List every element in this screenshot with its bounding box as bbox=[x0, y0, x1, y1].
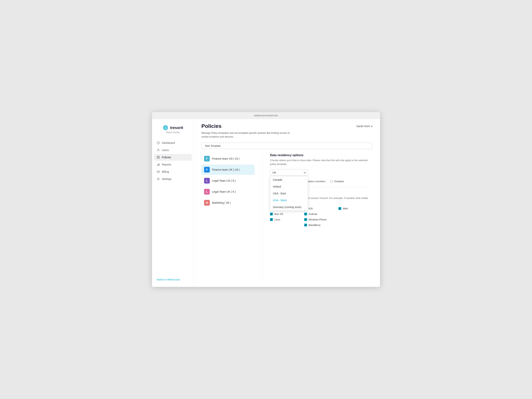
sidebar-item-settings-label: Settings bbox=[162, 177, 171, 180]
sidebar-item-reports[interactable]: Reports bbox=[154, 161, 192, 168]
device-blackberry-checkbox[interactable] bbox=[304, 224, 307, 227]
browser-bar: webaccess.tresorit.com bbox=[152, 112, 380, 119]
policy-name-marketing: Marketing ( 26 ) bbox=[212, 201, 231, 204]
chevron-down-icon bbox=[370, 125, 373, 127]
device-blackberry[interactable]: BlackBerry bbox=[304, 224, 338, 227]
dropdown-chevron-icon bbox=[304, 171, 306, 173]
device-macos-checkbox[interactable] bbox=[270, 213, 273, 215]
sidebar: tresorit Admin Center Dashboard Users bbox=[152, 119, 194, 287]
sidebar-nav: Dashboard Users Policies bbox=[152, 139, 194, 182]
svg-point-4 bbox=[158, 149, 159, 150]
data-residency-title: Data residency options bbox=[270, 153, 373, 157]
page-description: Manage Policy templates and set template… bbox=[201, 131, 296, 139]
reports-icon bbox=[157, 163, 160, 166]
device-macos[interactable]: Mac OS bbox=[270, 213, 304, 215]
policy-detail-panel: Data residency options Choose where you'… bbox=[262, 153, 373, 279]
radio-disabled-label: Disabled bbox=[334, 180, 344, 183]
device-ios-label: iOS bbox=[309, 207, 313, 210]
data-residency-section: Data residency options Choose where you'… bbox=[270, 153, 373, 176]
device-ios[interactable]: iOS bbox=[304, 207, 338, 210]
svg-rect-6 bbox=[157, 165, 158, 166]
svg-rect-5 bbox=[157, 156, 159, 158]
dropdown-option-ireland[interactable]: Ireland bbox=[270, 183, 308, 190]
switch-webaccess-link[interactable]: Switch to WebAccess bbox=[157, 278, 180, 281]
switch-link[interactable]: Switch to WebAccess bbox=[152, 274, 194, 283]
dropdown-selected-value: UK bbox=[272, 171, 276, 174]
two-col-layout: F Finance team US ( 24 ) F Finance team … bbox=[201, 153, 372, 279]
device-linux-checkbox[interactable] bbox=[270, 218, 273, 221]
user-name: Sarah Hunt bbox=[356, 125, 370, 128]
tresorit-logo-icon bbox=[162, 125, 169, 131]
policies-icon bbox=[157, 156, 160, 159]
device-windows-phone-checkbox[interactable] bbox=[304, 218, 307, 221]
dropdown-option-usa-east[interactable]: USA - East bbox=[270, 190, 308, 197]
policy-avatar-finance-us: F bbox=[204, 156, 210, 162]
sidebar-item-policies-label: Policies bbox=[162, 156, 171, 159]
device-android-label: Android bbox=[309, 213, 317, 215]
dropdown-menu: Canada Ireland USA - East bbox=[270, 176, 308, 211]
dropdown-option-usa-west[interactable]: USA - West bbox=[270, 197, 308, 204]
settings-icon bbox=[157, 177, 160, 181]
sidebar-item-dashboard[interactable]: Dashboard bbox=[154, 139, 192, 146]
data-residency-dropdown-container: UK Canada Ireland bbox=[270, 169, 308, 176]
device-linux[interactable]: Linux bbox=[270, 218, 304, 221]
policy-item-finance-uk[interactable]: F Finance team UK ( 16 ) bbox=[201, 165, 255, 175]
dropdown-option-canada[interactable]: Canada bbox=[270, 176, 308, 183]
device-android[interactable]: Android bbox=[304, 213, 338, 215]
admin-center-label: Admin Center bbox=[166, 131, 180, 134]
policy-item-finance-us[interactable]: F Finance team US ( 24 ) bbox=[201, 153, 255, 164]
page-title: Policies bbox=[201, 123, 222, 129]
billing-icon bbox=[157, 170, 160, 173]
svg-rect-8 bbox=[159, 163, 159, 166]
user-menu[interactable]: Sarah Hunt bbox=[356, 125, 372, 128]
radio-disabled[interactable]: Disabled bbox=[330, 180, 344, 183]
policy-name-finance-us: Finance team US ( 24 ) bbox=[212, 157, 240, 160]
top-bar: Policies Sarah Hunt bbox=[194, 119, 380, 131]
sidebar-item-policies[interactable]: Policies bbox=[154, 154, 192, 161]
svg-rect-7 bbox=[158, 164, 159, 166]
policy-list: F Finance team US ( 24 ) F Finance team … bbox=[201, 153, 255, 279]
sidebar-item-dashboard-label: Dashboard bbox=[162, 141, 175, 144]
logo-area: tresorit Admin Center bbox=[152, 123, 194, 139]
new-template-button[interactable]: New Template bbox=[201, 143, 372, 149]
svg-point-10 bbox=[158, 179, 159, 180]
sidebar-item-users-label: Users bbox=[162, 149, 169, 152]
device-web[interactable]: Web bbox=[338, 207, 373, 210]
policy-item-legal-uk[interactable]: L Legal Team UK ( 6 ) bbox=[201, 187, 255, 197]
sidebar-item-settings[interactable]: Settings bbox=[154, 176, 192, 182]
main-content: Policies Sarah Hunt Manage Policy templa… bbox=[194, 119, 380, 287]
device-windows-phone-label: Windows Phone bbox=[309, 218, 326, 221]
policy-name-legal-uk: Legal Team UK ( 6 ) bbox=[212, 190, 236, 193]
sidebar-item-reports-label: Reports bbox=[162, 163, 171, 166]
device-linux-label: Linux bbox=[274, 218, 280, 221]
dropdown-option-germany[interactable]: Germany (coming soon) bbox=[270, 204, 308, 210]
sidebar-item-users[interactable]: Users bbox=[154, 147, 192, 153]
policy-item-legal-us[interactable]: L Legal Team US ( 8 ) bbox=[201, 176, 255, 186]
data-residency-desc: Choose where you'd like to store data. P… bbox=[270, 158, 373, 166]
policy-avatar-legal-us: L bbox=[204, 178, 210, 184]
device-macos-label: Mac OS bbox=[274, 213, 283, 215]
svg-rect-9 bbox=[157, 171, 160, 173]
device-web-checkbox[interactable] bbox=[338, 207, 341, 210]
device-windows-phone[interactable]: Windows Phone bbox=[304, 218, 338, 221]
sidebar-item-billing-label: Billing bbox=[162, 170, 169, 173]
policy-avatar-legal-uk: L bbox=[204, 189, 210, 195]
data-residency-dropdown[interactable]: UK bbox=[270, 169, 308, 176]
content-area: Manage Policy templates and set template… bbox=[194, 131, 380, 287]
policy-avatar-finance-uk: F bbox=[204, 167, 210, 172]
policy-name-legal-us: Legal Team US ( 8 ) bbox=[212, 179, 236, 182]
device-web-label: Web bbox=[343, 207, 348, 210]
dashboard-icon bbox=[157, 141, 160, 145]
policy-item-marketing[interactable]: M Marketing ( 26 ) bbox=[201, 198, 255, 208]
users-icon bbox=[157, 148, 160, 152]
radio-disabled-input[interactable] bbox=[330, 180, 333, 183]
policy-avatar-marketing: M bbox=[204, 200, 210, 206]
browser-url: webaccess.tresorit.com bbox=[254, 114, 278, 117]
device-blackberry-label: BlackBerry bbox=[309, 224, 321, 227]
policy-name-finance-uk: Finance team UK ( 16 ) bbox=[212, 168, 240, 171]
logo-text: tresorit bbox=[170, 126, 183, 130]
device-android-checkbox[interactable] bbox=[304, 213, 307, 215]
sidebar-item-billing[interactable]: Billing bbox=[154, 168, 192, 175]
